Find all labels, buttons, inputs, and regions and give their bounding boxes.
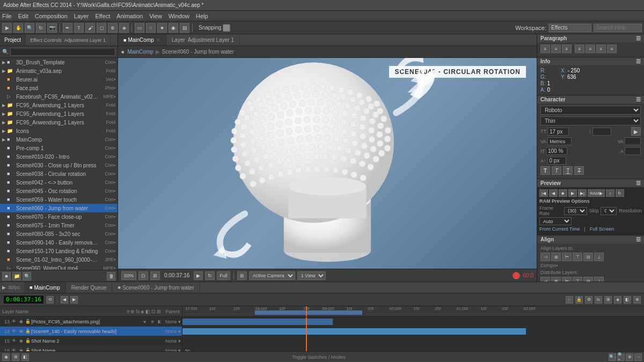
tool-zoom[interactable]: 🔍 [25, 23, 34, 33]
project-search-input[interactable] [10, 48, 115, 56]
list-item[interactable]: ■ Scene_01-02_Intro_960_[0000-0220].jpeg… [0, 255, 118, 264]
tl-frame[interactable]: ⊞ [604, 296, 612, 304]
tl-solo[interactable]: ○ [566, 296, 573, 304]
prev-stop[interactable]: ■ [559, 189, 567, 197]
menu-effect[interactable]: Effect [95, 13, 110, 19]
layer-14-solo[interactable]: ◉ [18, 328, 24, 335]
list-item[interactable]: ■ Scene#030 - Close up / Btn pressCon▪ [0, 161, 118, 169]
tab-composition[interactable]: ■ MainComp ✕ [118, 34, 166, 46]
menu-file[interactable]: File [2, 13, 12, 19]
tc-prev-frame[interactable]: ◀ [61, 296, 68, 304]
list-item[interactable]: ▶■ MainCompCon▪ [0, 135, 118, 144]
menu-view[interactable]: View [149, 13, 162, 19]
paragraph-menu[interactable]: ☰ [636, 35, 641, 41]
play-btn[interactable]: ▶ [194, 271, 203, 280]
align-left-btn[interactable]: ⊣ [540, 253, 550, 261]
zoom-display[interactable]: 50% [121, 271, 136, 280]
prev-back[interactable]: ◀ [549, 189, 558, 197]
layer-15-eye[interactable]: 👁 [11, 338, 17, 344]
new-folder-btn[interactable]: 📁 [12, 272, 21, 280]
tool-rotate[interactable]: ↻ [36, 23, 46, 33]
tl-settings[interactable]: ⚙ [585, 296, 592, 304]
menu-animation[interactable]: Animation [116, 13, 143, 19]
list-item[interactable]: ▷ Facebrush_FC95_Animatic_v02.mp4MPE▪ [0, 92, 118, 101]
tl-3d[interactable]: ⊕ [633, 296, 641, 304]
list-item[interactable]: ■ Scene#010-020 - IntroCon▪ [0, 152, 118, 161]
align-left[interactable]: ≡ [540, 45, 550, 53]
strikethrough-btn[interactable]: T [574, 166, 584, 175]
tracking-input[interactable] [625, 137, 641, 145]
list-item[interactable]: ■ Scene#075 - 1min TimerCon▪ [0, 221, 118, 230]
justify-all[interactable]: ≡ [607, 45, 617, 53]
tl-bottom-btn2[interactable]: ⊞ [12, 353, 19, 361]
align-top-btn[interactable]: ⊤ [573, 253, 582, 261]
tl-fx[interactable]: fx [595, 296, 602, 304]
align-right[interactable]: ≡ [562, 45, 572, 53]
list-item[interactable]: ▶📁 FC95_Anwendung_1 LayersFold [0, 118, 118, 127]
metrics-input[interactable] [547, 137, 572, 145]
tool-text[interactable]: T [74, 23, 84, 33]
list-item-scene060[interactable]: ■ Scene#060 - Jump from waterCon▪ [0, 204, 118, 212]
snap-frame[interactable]: ⊞ [150, 271, 160, 280]
tab-scene060[interactable]: ■Scene#060 - Jump from water [112, 282, 200, 293]
tool-eraser[interactable]: ◻ [97, 23, 106, 33]
layer-13-lock[interactable]: 🔓 [25, 319, 31, 325]
view-options[interactable]: ⊞ [237, 271, 247, 280]
tool-puppet[interactable]: ◈ [119, 23, 129, 33]
list-item[interactable]: ▶📁 FC95_Anwendung_1 LayersFold [0, 101, 118, 109]
zoom-fit[interactable]: ⊡ [138, 271, 148, 280]
color-picker[interactable] [513, 272, 520, 279]
justify-right[interactable]: ≡ [596, 45, 606, 53]
prev-play[interactable]: ▶ [568, 189, 577, 197]
list-item[interactable]: ■ Scene#059 - Water touchCon▪ [0, 195, 118, 204]
tool-cam[interactable]: 📷 [47, 23, 57, 33]
dist-bottom-btn[interactable]: ⊥ [594, 277, 604, 282]
list-item[interactable]: ■ Beurer.aiVec▪ [0, 75, 118, 84]
tab-effect-controls[interactable]: Effect Controls Adjustment Layer 1 [26, 34, 111, 46]
align-hcenter-btn[interactable]: ⊞ [551, 253, 561, 261]
layer-13-fx[interactable]: ◈ [142, 319, 148, 325]
list-item[interactable]: ■ Scene#090-140 - Easily removable heads… [0, 238, 118, 247]
layer-16-solo[interactable]: ◉ [18, 348, 24, 352]
list-item[interactable]: ▶📁 Animatic_v03a.aepFold [0, 67, 118, 75]
skip-select[interactable]: 0 [601, 207, 617, 215]
vert-scale-input[interactable] [547, 157, 566, 165]
tool-fill[interactable]: ◉ [169, 23, 178, 33]
line-height-input[interactable] [592, 128, 611, 136]
dist-vcenter-btn[interactable]: ⊟ [583, 277, 593, 282]
font-style-select[interactable]: Thin [540, 116, 641, 125]
list-item[interactable]: ■ Pre-comp 1Con▪ [0, 144, 118, 152]
prev-first[interactable]: |◀ [539, 189, 548, 197]
quality-btn[interactable]: Full [217, 271, 230, 280]
align-bottom-btn[interactable]: ⊥ [594, 253, 604, 261]
layer-13-switch[interactable]: ⊕ [149, 319, 156, 325]
dist-hcenter-btn[interactable]: ⊞ [551, 277, 561, 282]
tl-bot-zoom-in[interactable]: 🔍+ [617, 353, 625, 361]
list-item[interactable]: ■ Scene#042 - <-> buttonCon▪ [0, 178, 118, 187]
font-family-select[interactable]: Roboto [540, 106, 641, 115]
tool-rect[interactable]: ▭ [135, 23, 144, 33]
underline-btn[interactable]: T [563, 166, 573, 175]
tl-bot-zoom-out[interactable]: 🔍- [609, 353, 616, 361]
snap-toggle[interactable] [223, 24, 230, 32]
bold-btn[interactable]: T [540, 166, 550, 175]
layer-13-eye[interactable]: 👁 [11, 319, 17, 325]
layer-15-lock[interactable]: 🔓 [25, 338, 31, 344]
char-menu[interactable]: ☰ [636, 97, 641, 102]
list-item[interactable]: ■ Scene#038 - Circular rotationCon▪ [0, 169, 118, 178]
list-item[interactable]: ▶■ 3D_Brush_TemplateCon▪ [0, 58, 118, 67]
info-menu[interactable]: ☰ [636, 58, 641, 64]
list-item[interactable]: ▶📁 IconsFold [0, 127, 118, 135]
loop-btn[interactable]: ↻ [205, 271, 215, 280]
dist-right-btn[interactable]: ⊢ [562, 277, 572, 282]
view-select[interactable]: 1 View [297, 271, 326, 280]
prev-loop[interactable]: ↻ [616, 189, 624, 197]
tool-select[interactable]: ▶ [2, 23, 12, 33]
layer-14-lock[interactable]: 🔓 [25, 328, 31, 335]
workspace-input[interactable] [548, 24, 591, 32]
italic-btn[interactable]: T [552, 166, 561, 175]
tool-ellipse[interactable]: ○ [146, 23, 156, 33]
justify-left[interactable]: ≡ [575, 45, 584, 53]
tc-loop[interactable]: ⟲ [46, 296, 54, 304]
menu-window[interactable]: Window [169, 13, 189, 19]
